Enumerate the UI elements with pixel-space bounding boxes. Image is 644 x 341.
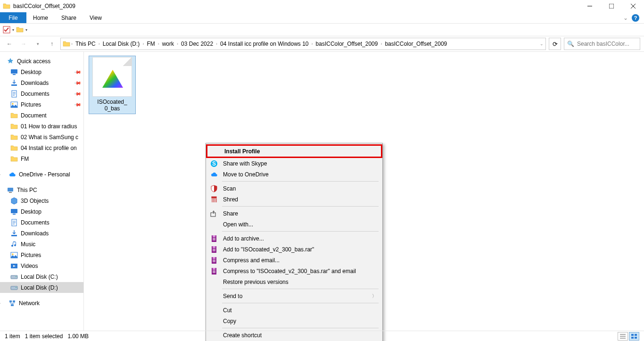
quick-access-toolbar: ▾ ▾ [0, 24, 644, 36]
svg-rect-24 [631, 337, 634, 339]
back-button[interactable]: ← [4, 38, 15, 50]
sidebar-item[interactable]: Documents [0, 217, 83, 228]
sidebar-item[interactable]: Videos [0, 260, 83, 271]
sidebar-item[interactable]: Document [0, 110, 83, 121]
rar-icon [210, 257, 218, 264]
ribbon-expand-icon[interactable]: ⌄ [623, 15, 628, 21]
ctx-send-to[interactable]: Send to〉 [206, 291, 382, 301]
shred-icon [210, 196, 218, 203]
sidebar-item[interactable]: 3D Objects [0, 195, 83, 206]
crumb[interactable]: Local Disk (D:) [101, 40, 142, 48]
file-item-selected[interactable]: ISOcoated_0_bas [89, 56, 136, 114]
disk-icon [10, 273, 18, 281]
thispc-header[interactable]: This PC [0, 184, 83, 195]
skype-icon [210, 160, 218, 167]
download-icon [10, 230, 18, 237]
ctx-share-skype[interactable]: Share with Skype [206, 158, 382, 169]
qat-check-icon[interactable] [3, 26, 10, 33]
chevron-right-icon: 〉 [372, 293, 377, 299]
sidebar-item[interactable]: Documents📌 [0, 88, 83, 99]
ctx-move-onedrive[interactable]: Move to OneDrive [206, 169, 382, 180]
view-details-button[interactable] [618, 332, 628, 341]
sidebar-item[interactable]: Pictures [0, 250, 83, 260]
ctx-scan[interactable]: Scan [206, 183, 382, 194]
crumb[interactable]: 03 Dec 2022 [179, 40, 215, 48]
qat-chevron-2[interactable]: ▾ [25, 28, 27, 32]
crumb[interactable]: basICColor_Offset_2009 [383, 40, 449, 48]
crumb[interactable]: work [160, 40, 176, 48]
addr-folder-icon [63, 40, 70, 48]
ctx-open-with[interactable]: Open with... [206, 219, 382, 230]
network-header[interactable]: ›Network [0, 298, 83, 308]
qat-chevron[interactable]: ▾ [12, 28, 14, 32]
ctx-copy[interactable]: Copy [206, 316, 382, 326]
forward-button[interactable]: → [18, 38, 29, 50]
svg-marker-21 [102, 70, 123, 88]
sidebar-item[interactable]: Downloads [0, 228, 83, 239]
minimize-button[interactable] [579, 0, 601, 12]
sidebar-item[interactable]: Pictures📌 [0, 99, 83, 110]
pin-icon: 📌 [74, 68, 82, 75]
ctx-restore-versions[interactable]: Restore previous versions [206, 276, 382, 287]
window-title: basICColor_Offset_2009 [13, 3, 75, 9]
ctx-compress-to-email[interactable]: Compress to "ISOcoated_v2_300_bas.rar" a… [206, 266, 382, 276]
status-item-count: 1 item [5, 333, 20, 340]
ctx-add-to-rar[interactable]: Add to "ISOcoated_v2_300_bas.rar" [206, 244, 382, 255]
file-pane[interactable]: ISOcoated_0_bas Install Profile Share wi… [84, 52, 644, 331]
ctx-compress-email[interactable]: Compress and email... [206, 255, 382, 266]
folder-icon [10, 155, 18, 163]
crumb[interactable]: This PC [74, 40, 98, 48]
tab-view[interactable]: View [83, 12, 108, 23]
ctx-cut[interactable]: Cut [206, 305, 382, 316]
ctx-shred[interactable]: Shred [206, 194, 382, 205]
maximize-button[interactable] [601, 0, 622, 12]
sidebar-item[interactable]: 01 How to draw radius [0, 121, 83, 132]
ctx-add-archive[interactable]: Add to archive... [206, 233, 382, 244]
recent-chevron[interactable]: ▾ [32, 38, 43, 50]
tab-file[interactable]: File [0, 12, 26, 23]
nav-pane: Quick access Desktop📌Downloads📌Documents… [0, 52, 84, 331]
video-icon [10, 262, 18, 270]
search-icon: 🔍 [567, 41, 574, 47]
tab-share[interactable]: Share [55, 12, 83, 23]
crumb[interactable]: 04 Install icc profile on Windows 10 [218, 40, 310, 48]
star-icon [7, 58, 14, 65]
rar-icon [210, 246, 218, 253]
sidebar-item[interactable]: Downloads📌 [0, 77, 83, 88]
svg-rect-23 [635, 334, 637, 336]
sidebar-item[interactable]: Local Disk (D:) [0, 282, 83, 293]
sidebar-item[interactable]: 04 Install icc profile on [0, 142, 83, 153]
sidebar-item[interactable]: FM [0, 153, 83, 164]
ctx-share[interactable]: Share [206, 208, 382, 219]
search-box[interactable]: 🔍 [564, 38, 640, 50]
folder-icon [10, 133, 18, 141]
sidebar-item[interactable]: Local Disk (C:) [0, 271, 83, 282]
tab-home[interactable]: Home [26, 12, 55, 23]
qat-folder-icon[interactable] [16, 26, 24, 33]
address-bar[interactable]: › This PC› Local Disk (D:)› FM› work› 03… [60, 38, 546, 50]
addr-dropdown-icon[interactable]: ⌄ [540, 42, 544, 46]
sidebar-item[interactable]: Desktop [0, 206, 83, 217]
doc-icon [10, 219, 18, 226]
sidebar-item[interactable]: Music [0, 239, 83, 250]
desktop-icon [10, 68, 18, 76]
refresh-button[interactable]: ⟳ [549, 38, 561, 50]
view-large-icons-button[interactable] [629, 332, 639, 341]
ctx-install-profile[interactable]: Install Profile [207, 146, 381, 157]
onedrive-header[interactable]: ›OneDrive - Personal [0, 169, 83, 180]
sidebar-item[interactable]: Desktop📌 [0, 67, 83, 77]
crumb[interactable]: basICColor_Offset_2009 [314, 40, 380, 48]
network-icon [8, 299, 16, 307]
cloud-icon [8, 171, 16, 178]
pic-icon [10, 251, 18, 259]
sidebar-item[interactable]: 02 What is SamSung c [0, 132, 83, 142]
close-button[interactable] [622, 0, 644, 12]
up-button[interactable]: ↑ [46, 38, 58, 50]
quick-access-header[interactable]: Quick access [0, 56, 83, 67]
file-name: ISOcoated_ [97, 99, 127, 105]
help-icon[interactable]: ? [632, 14, 639, 22]
search-input[interactable] [577, 41, 637, 47]
crumb[interactable]: FM [145, 40, 157, 48]
status-size: 1.00 MB [67, 333, 89, 340]
status-bar: 1 item 1 item selected 1.00 MB [0, 331, 644, 341]
